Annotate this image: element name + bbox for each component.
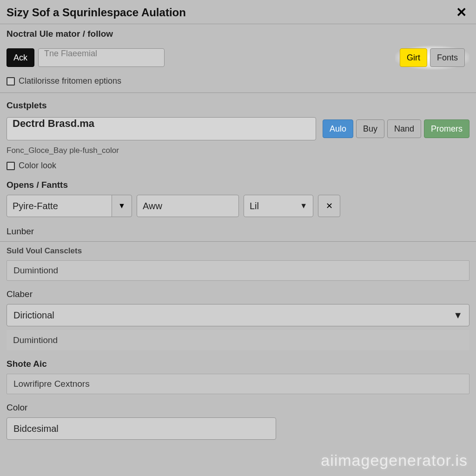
colorlook-label: Color look [19, 161, 56, 171]
dialog-root: Sizy Sof a Squrinlespace Aulation ✕ Noct… [0, 0, 476, 476]
opens-select-3-value: Lil [250, 201, 259, 212]
lunber-sublabel: Suld Voul Cansclets [0, 245, 476, 258]
color-select[interactable]: Bidcesimal [7, 417, 276, 440]
fonts-button[interactable]: Fonts [430, 48, 465, 67]
color-select-value: Bidcesimal [13, 423, 59, 434]
chevron-down-icon[interactable]: ▼ [112, 195, 132, 217]
close-icon[interactable]: ✕ [453, 5, 469, 20]
opens-selects: Pyire-Fatte ▼ Aww Lil ▼ ✕ [0, 193, 476, 222]
buy-button[interactable]: Buy [356, 119, 384, 138]
dialog-title: Sizy Sof a Squrinlespace Aulation [7, 6, 186, 19]
chevron-down-icon: ▼ [453, 310, 463, 321]
custplets-buttons: Aulo Buy Nand Promers [323, 119, 469, 138]
lunber-field[interactable]: Dumintiond [7, 260, 469, 281]
chevron-down-icon: ▼ [300, 202, 307, 210]
clear-icon[interactable]: ✕ [318, 195, 340, 217]
claber-readonly: Dumintiond [7, 330, 469, 350]
divider [0, 241, 476, 242]
custplets-input[interactable]: Dectrd Brasd.ma [7, 117, 316, 140]
options-checkbox-row: Clatilorisse fritomen eptions [0, 73, 476, 91]
lunber-label: Lunber [0, 222, 476, 239]
claber-select-value: Dirictional [13, 310, 54, 321]
girt-button[interactable]: Girt [400, 48, 427, 67]
custplets-sublabel: Fonc_Gloce_Bay ple-fush_color [0, 144, 476, 158]
shote-label: Shote Aic [0, 354, 476, 372]
opens-select-1[interactable]: Pyire-Fatte [7, 195, 112, 217]
titlebar: Sizy Sof a Squrinlespace Aulation ✕ [0, 0, 476, 24]
promers-button[interactable]: Promers [424, 119, 469, 138]
shote-field[interactable]: Lowrifipre Cextnors [7, 374, 469, 394]
top-input[interactable]: Tne Flaeemial [38, 48, 165, 67]
claber-label: Claber [0, 284, 476, 302]
options-checkbox-label: Clatilorisse fritomen eptions [19, 76, 121, 86]
nand-button[interactable]: Nand [387, 119, 421, 138]
options-checkbox[interactable] [7, 77, 15, 86]
opens-label: Opens / Fantts [0, 175, 476, 193]
color-label: Color [0, 398, 476, 416]
auto-button[interactable]: Aulo [323, 119, 353, 138]
top-row: Ack Tne Flaeemial Girt Fonts [0, 42, 476, 73]
highlighted-buttons: Girt Fonts [395, 46, 469, 70]
opens-select-2[interactable]: Aww [137, 195, 239, 217]
watermark: aiimagegenerator.is [321, 451, 468, 469]
opens-select-1-value: Pyire-Fatte [13, 201, 58, 212]
divider [0, 93, 476, 93]
breadcrumb: Noctral Ule mator / follow [0, 24, 476, 42]
colorlook-checkbox[interactable] [7, 162, 15, 170]
opens-select-3[interactable]: Lil ▼ [244, 195, 313, 217]
claber-select[interactable]: Dirictional ▼ [7, 304, 469, 326]
opens-select-2-value: Aww [143, 201, 162, 212]
custplets-label: Custplets [0, 96, 476, 113]
colorlook-row: Color look [0, 158, 476, 175]
ack-button[interactable]: Ack [7, 48, 34, 67]
